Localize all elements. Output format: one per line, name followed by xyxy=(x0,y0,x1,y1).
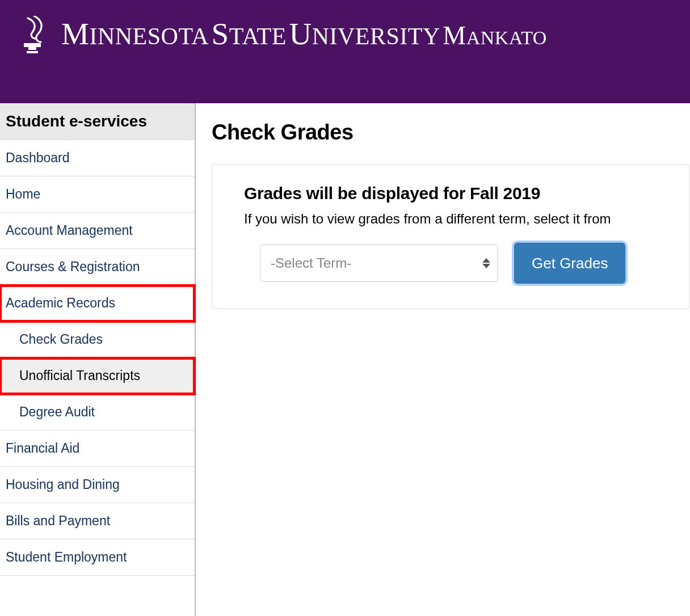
sidebar-item-courses-registration[interactable]: Courses & Registration xyxy=(0,249,195,285)
select-placeholder: -Select Term- xyxy=(271,255,351,271)
svg-rect-1 xyxy=(28,47,36,50)
term-form: -Select Term- Get Grades xyxy=(244,243,670,284)
svg-rect-0 xyxy=(24,43,41,47)
select-term-dropdown[interactable]: -Select Term- xyxy=(260,244,498,282)
sidebar-item-student-employment[interactable]: Student Employment xyxy=(0,539,195,576)
sidebar-item-dashboard[interactable]: Dashboard xyxy=(0,140,195,176)
sidebar-item-unofficial-transcripts[interactable]: Unofficial Transcripts xyxy=(0,358,195,394)
sidebar-item-account-management[interactable]: Account Management xyxy=(0,213,195,249)
grades-panel: Grades will be displayed for Fall 2019 I… xyxy=(212,164,690,309)
banner-title: MINNESOTA STATE UNIVERSITY MANKATO xyxy=(61,16,547,52)
svg-rect-2 xyxy=(27,51,38,53)
sidebar-item-check-grades[interactable]: Check Grades xyxy=(0,322,195,358)
get-grades-button[interactable]: Get Grades xyxy=(514,243,625,284)
sidebar-item-bills-and-payment[interactable]: Bills and Payment xyxy=(0,503,195,539)
sidebar-item-home[interactable]: Home xyxy=(0,176,195,213)
banner: MINNESOTA STATE UNIVERSITY MANKATO xyxy=(0,0,690,103)
sidebar-title: Student e-services xyxy=(0,103,195,140)
sidebar-item-financial-aid[interactable]: Financial Aid xyxy=(0,431,195,467)
sidebar-item-academic-records[interactable]: Academic Records xyxy=(0,285,195,322)
sidebar-item-housing-and-dining[interactable]: Housing and Dining xyxy=(0,467,195,503)
panel-heading: Grades will be displayed for Fall 2019 xyxy=(244,184,670,203)
panel-subtext: If you wish to view grades from a differ… xyxy=(244,211,670,227)
page-title: Check Grades xyxy=(212,120,690,145)
sidebar: Student e-services DashboardHomeAccount … xyxy=(0,103,196,616)
sidebar-item-degree-audit[interactable]: Degree Audit xyxy=(0,394,195,431)
main-content: Check Grades Grades will be displayed fo… xyxy=(196,103,690,616)
university-logo-icon xyxy=(16,16,49,56)
